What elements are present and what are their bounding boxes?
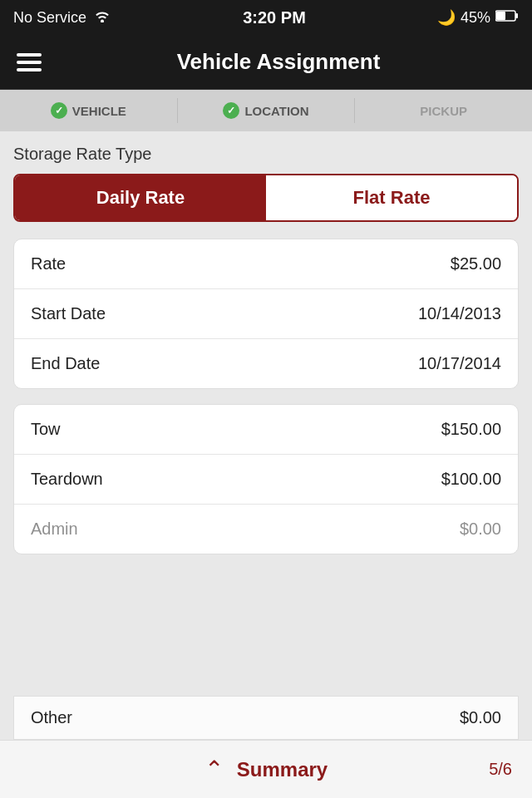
other-label: Other [31, 708, 72, 727]
end-date-value: 10/17/2014 [418, 354, 501, 373]
rate-details-card: Rate $25.00 Start Date 10/14/2013 End Da… [13, 239, 519, 389]
battery-percent: 45% [461, 9, 490, 27]
tab-pickup-label: PICKUP [420, 104, 467, 118]
summary-page-indicator: 5/6 [489, 760, 512, 779]
teardown-label: Teardown [31, 470, 103, 489]
table-row: Teardown $100.00 [14, 455, 518, 505]
tab-location-label: LOCATION [244, 104, 308, 118]
admin-value: $0.00 [460, 520, 501, 539]
carrier-label: No Service [13, 9, 86, 27]
table-row: End Date 10/17/2014 [14, 339, 518, 388]
hamburger-line [17, 68, 42, 71]
status-right: 🌙 45% [437, 8, 519, 27]
teardown-value: $100.00 [441, 470, 501, 489]
step-tabs: ✓ VEHICLE ✓ LOCATION PICKUP [0, 90, 532, 131]
bottom-bar[interactable]: ⌃ Summary 5/6 [0, 740, 532, 798]
svg-rect-1 [496, 12, 505, 20]
hamburger-line [17, 53, 42, 57]
admin-label: Admin [31, 520, 78, 539]
tab-vehicle-label: VEHICLE [72, 104, 126, 118]
rate-toggle[interactable]: Daily Rate Flat Rate [13, 174, 519, 222]
status-time: 3:20 PM [243, 8, 306, 27]
status-bar: No Service 3:20 PM 🌙 45% [0, 0, 532, 35]
tab-pickup[interactable]: PICKUP [355, 90, 532, 131]
fees-card: Tow $150.00 Teardown $100.00 Admin $0.00 [13, 404, 519, 554]
location-check-icon: ✓ [223, 102, 239, 119]
hamburger-menu[interactable] [17, 53, 42, 71]
main-content: Storage Rate Type Daily Rate Flat Rate R… [0, 131, 532, 583]
rate-value: $25.00 [451, 254, 501, 273]
table-row: Tow $150.00 [14, 405, 518, 455]
rate-label: Rate [31, 254, 66, 273]
table-row: Admin $0.00 [14, 505, 518, 554]
flat-rate-button[interactable]: Flat Rate [266, 175, 517, 220]
vehicle-check-icon: ✓ [51, 102, 67, 119]
start-date-label: Start Date [31, 304, 106, 323]
battery-icon [495, 9, 519, 27]
chevron-up-icon: ⌃ [204, 758, 224, 781]
end-date-label: End Date [31, 354, 100, 373]
tow-value: $150.00 [441, 420, 501, 439]
tab-location[interactable]: ✓ LOCATION [178, 90, 355, 131]
nav-bar: Vehicle Assignment [0, 35, 532, 90]
table-row: Rate $25.00 [14, 239, 518, 289]
other-value: $0.00 [460, 708, 501, 727]
svg-rect-2 [515, 13, 518, 18]
daily-rate-button[interactable]: Daily Rate [15, 175, 266, 220]
summary-label: Summary [237, 758, 328, 781]
start-date-value: 10/14/2013 [418, 304, 501, 323]
storage-rate-type-label: Storage Rate Type [13, 145, 519, 164]
table-row: Start Date 10/14/2013 [14, 289, 518, 339]
partial-other-row: Other $0.00 [13, 696, 519, 740]
tab-vehicle[interactable]: ✓ VEHICLE [0, 90, 177, 131]
hamburger-line [17, 61, 42, 64]
status-left: No Service [13, 9, 111, 27]
moon-icon: 🌙 [437, 8, 456, 27]
wifi-icon [93, 9, 111, 27]
tow-label: Tow [31, 420, 61, 439]
page-title: Vehicle Assignment [42, 49, 515, 75]
